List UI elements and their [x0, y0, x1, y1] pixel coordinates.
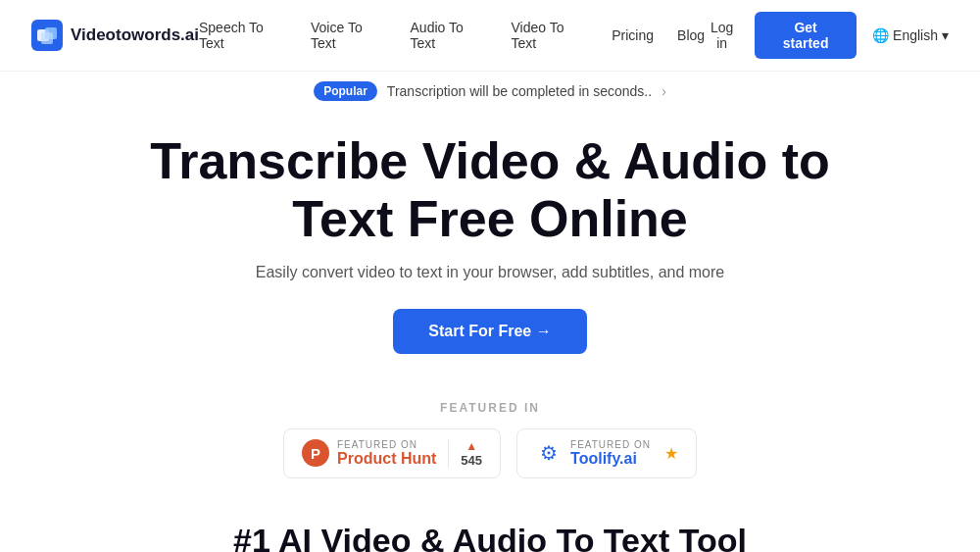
hero-section: Transcribe Video & Audio to Text Free On…: [0, 105, 980, 385]
hero-title: Transcribe Video & Audio to Text Free On…: [147, 132, 833, 248]
login-button[interactable]: Log in: [705, 20, 739, 51]
product-hunt-text: FEATURED ON Product Hunt: [337, 439, 436, 468]
nav-blog[interactable]: Blog: [677, 27, 705, 43]
globe-lang-icon: 🌐: [872, 27, 889, 43]
start-for-free-button[interactable]: Start For Free →: [393, 309, 586, 354]
nav-right: Log in Get started 🌐 English ▾: [705, 12, 949, 59]
nav-voice-to-text[interactable]: Voice To Text: [311, 20, 387, 51]
toolify-name: Toolify.ai: [570, 450, 637, 468]
featured-section: FEATURED IN P FEATURED ON Product Hunt ▲…: [0, 385, 980, 502]
toolify-featured-on: FEATURED ON: [570, 439, 651, 450]
announcement-bar: Popular Transcription will be completed …: [0, 72, 980, 105]
ai-section-title: #1 AI Video & Audio To Text Tool: [0, 502, 980, 553]
upvote-icon: ▲: [466, 439, 477, 453]
toolify-badge[interactable]: ⚙ FEATURED ON Toolify.ai ★: [516, 428, 697, 478]
ph-featured-on: FEATURED ON: [337, 439, 417, 450]
featured-badges: P FEATURED ON Product Hunt ▲ 545 ⚙ FEATU…: [20, 428, 960, 478]
toolify-icon: ⚙: [535, 439, 563, 467]
chevron-down-icon: ▾: [942, 27, 949, 43]
logo[interactable]: Videotowords.ai: [31, 20, 199, 51]
announcement-arrow-icon: ›: [662, 83, 666, 99]
ph-votes: ▲ 545: [448, 439, 482, 468]
logo-icon: [31, 20, 63, 51]
featured-label: FEATURED IN: [20, 401, 960, 415]
language-selector[interactable]: 🌐 English ▾: [872, 27, 949, 43]
navbar: Videotowords.ai Speech To Text Voice To …: [0, 0, 980, 72]
product-hunt-icon: P: [302, 439, 329, 467]
hero-subtitle: Easily convert video to text in your bro…: [20, 264, 960, 281]
get-started-button[interactable]: Get started: [755, 12, 857, 59]
nav-audio-to-text[interactable]: Audio To Text: [411, 20, 488, 51]
product-hunt-badge[interactable]: P FEATURED ON Product Hunt ▲ 545: [283, 428, 501, 478]
nav-pricing[interactable]: Pricing: [612, 27, 654, 43]
toolify-text: FEATURED ON Toolify.ai: [570, 439, 651, 468]
ph-name: Product Hunt: [337, 450, 436, 468]
nav-links: Speech To Text Voice To Text Audio To Te…: [199, 20, 705, 51]
announcement-text: Transcription will be completed in secon…: [387, 83, 652, 99]
ph-vote-count: 545: [461, 453, 482, 468]
nav-video-to-text[interactable]: Video To Text: [512, 20, 589, 51]
toolify-star-icon: ★: [664, 444, 678, 463]
popular-badge: Popular: [314, 81, 377, 101]
logo-text: Videotowords.ai: [71, 25, 199, 45]
nav-speech-to-text[interactable]: Speech To Text: [199, 20, 287, 51]
svg-rect-3: [41, 32, 53, 44]
language-label: English: [893, 27, 938, 43]
